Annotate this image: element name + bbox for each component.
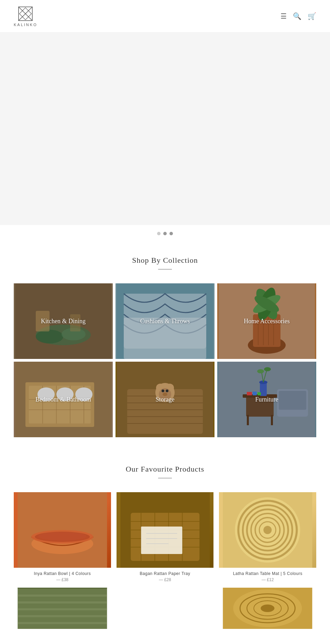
product-image-bowl [14,492,111,568]
collection-label-storage: Storage [116,362,214,437]
svg-rect-98 [18,595,107,597]
collection-title-text: Shop By Collection [0,256,330,265]
menu-icon[interactable]: ☰ [280,12,287,20]
products-grid: Inya Rattan Bowl | 4 Colours — £38 [14,492,316,582]
svg-point-108 [261,605,275,612]
collection-item-cushions[interactable]: Cushions & Throws [116,283,214,359]
svg-rect-100 [18,608,107,610]
products-title-text: Our Favourite Products [0,465,330,474]
product-partial-middle [117,588,214,629]
product-partial-image-right [219,588,316,629]
product-name-tray: Bagan Rattan Paper Tray [118,571,212,576]
product-card-mat[interactable]: Latha Rattan Table Mat | 5 Colours — £12 [219,492,316,582]
slider-dots [0,225,330,242]
logo-text: KALINKO [14,23,37,27]
product-card-tray[interactable]: Bagan Rattan Paper Tray — £28 [117,492,214,582]
svg-rect-101 [18,615,107,617]
header-icons: ☰ 🔍 🛒 [280,12,316,20]
svg-line-1 [19,7,25,14]
products-section-title: Our Favourite Products [0,451,330,492]
product-card-bowl[interactable]: Inya Rattan Bowl | 4 Colours — £38 [14,492,111,582]
product-partial-right[interactable] [219,588,316,629]
product-price-bowl: — £38 [15,577,110,582]
collection-label-kitchen: Kitchen & Dining [14,283,113,359]
collection-item-furniture[interactable]: Furniture [217,362,316,437]
collection-item-bedroom[interactable]: Bedroom & Bathroom [14,362,113,437]
product-name-mat: Latha Rattan Table Mat | 5 Colours [220,571,315,576]
products-divider [158,478,172,478]
product-partial-left[interactable] [14,588,111,629]
svg-line-2 [25,7,32,14]
collection-label-furniture: Furniture [217,362,316,437]
collection-item-home[interactable]: Home Accessories [217,283,316,359]
svg-line-4 [25,14,32,21]
collection-grid: Kitchen & Dining Cushions & Throws [0,283,330,451]
hero-slider [0,33,330,225]
svg-rect-102 [18,622,107,624]
dot-2[interactable] [163,232,167,235]
dot-1[interactable] [157,232,161,235]
svg-point-95 [264,526,272,534]
collection-section-title: Shop By Collection [0,242,330,283]
collection-divider [158,269,172,270]
product-info-mat: Latha Rattan Table Mat | 5 Colours — £12 [219,568,316,582]
collection-item-kitchen[interactable]: Kitchen & Dining [14,283,113,359]
collection-label-cushions: Cushions & Throws [116,283,214,359]
svg-rect-83 [141,527,182,554]
products-section: Inya Rattan Bowl | 4 Colours — £38 [0,492,330,643]
svg-line-3 [19,14,25,21]
dot-3[interactable] [169,232,173,235]
collection-item-storage[interactable]: Storage [116,362,214,437]
product-partial-image-left [14,588,111,629]
product-name-bowl: Inya Rattan Bowl | 4 Colours [15,571,110,576]
product-info-bowl: Inya Rattan Bowl | 4 Colours — £38 [14,568,111,582]
cart-icon[interactable]: 🛒 [308,12,316,20]
product-price-mat: — £12 [220,577,315,582]
product-image-mat [219,492,316,568]
svg-point-72 [38,532,86,540]
logo-icon [17,5,34,22]
svg-rect-99 [18,601,107,603]
site-header: KALINKO ☰ 🔍 🛒 [0,0,330,33]
product-info-tray: Bagan Rattan Paper Tray — £28 [117,568,214,582]
products-grid-partial [14,588,316,629]
logo[interactable]: KALINKO [14,5,37,27]
product-image-tray [117,492,214,568]
collection-label-bedroom: Bedroom & Bathroom [14,362,113,437]
product-price-tray: — £28 [118,577,212,582]
collection-label-home: Home Accessories [217,283,316,359]
search-icon[interactable]: 🔍 [293,12,301,20]
